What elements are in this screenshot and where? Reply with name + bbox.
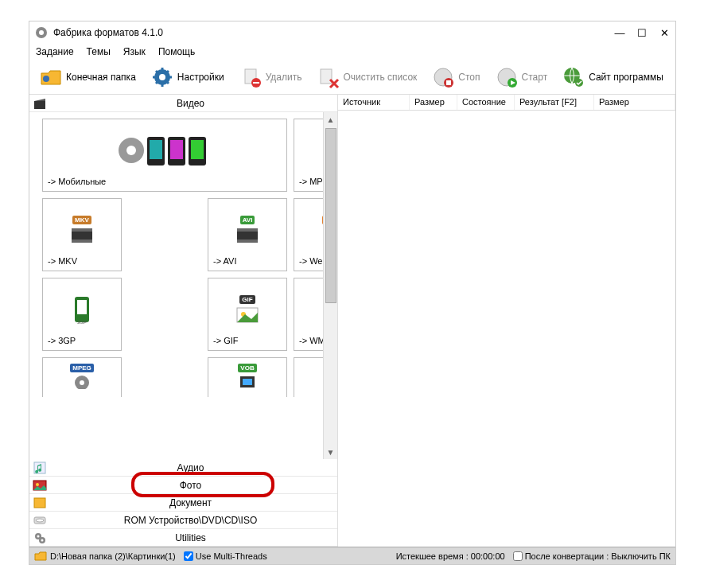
after-convert-checkbox[interactable] [513, 551, 523, 561]
settings-button[interactable]: Настройки [146, 64, 229, 91]
site-button[interactable]: Сайт программы [557, 64, 668, 91]
category-panel: Видео [29, 95, 338, 547]
svg-point-44 [80, 380, 84, 385]
scroll-thumb[interactable] [325, 128, 336, 303]
category-document[interactable]: Документ [29, 494, 337, 512]
category-photo[interactable]: Фото [29, 477, 337, 494]
content-area: Видео [29, 95, 675, 547]
format-scrollbar[interactable]: ▲ ▼ [323, 112, 337, 459]
scroll-down-button[interactable]: ▼ [324, 445, 337, 459]
menu-task[interactable]: Задание [36, 46, 74, 57]
music-note-icon [33, 461, 47, 475]
format-mkv[interactable]: MKV -> MKV [42, 198, 122, 271]
multithread-checkbox[interactable] [184, 551, 193, 561]
svg-rect-8 [321, 69, 332, 84]
start-icon [495, 65, 519, 89]
svg-point-2 [43, 76, 49, 82]
format-webm[interactable]: webm -> WebM [294, 198, 323, 271]
avi-icon: AVI [213, 204, 282, 256]
svg-rect-46 [243, 379, 252, 385]
format-mobile[interactable]: -> Мобильные [42, 119, 287, 192]
after-convert-option[interactable]: После конвертации : Выключить ПК [513, 551, 671, 561]
format-grid-area: -> Мобильные MP4 -> MP4 MKV [29, 112, 337, 459]
menu-themes[interactable]: Темы [87, 46, 111, 57]
category-video-label: Видео [47, 98, 334, 109]
disc-drive-icon [33, 513, 47, 528]
col-result[interactable]: Результат [F2] [515, 95, 594, 110]
output-path[interactable]: D:\Новая папка (2)\Картинки(1) [34, 551, 176, 562]
mobile-devices-icon [48, 124, 282, 177]
minimize-button[interactable]: — [613, 26, 626, 39]
stop-label: Стоп [458, 72, 480, 83]
col-size[interactable]: Размер [410, 95, 457, 110]
3gp-icon: 3GP [48, 283, 116, 336]
vob-icon: VOB [213, 359, 282, 392]
mkv-icon: MKV [48, 204, 116, 256]
svg-point-54 [36, 519, 44, 522]
maximize-button[interactable]: ☐ [636, 26, 648, 39]
output-path-text: D:\Новая папка (2)\Картинки(1) [50, 551, 176, 561]
col-source[interactable]: Источник [338, 95, 410, 110]
photo-icon [33, 478, 47, 493]
app-window: Фабрика форматов 4.1.0 — ☐ ✕ Задание Тем… [29, 21, 676, 565]
window-title: Фабрика форматов 4.1.0 [53, 27, 163, 38]
window-controls: — ☐ ✕ [613, 26, 671, 39]
delete-button[interactable]: Удалить [234, 64, 307, 91]
category-audio-label: Аудио [47, 462, 334, 473]
format-gif[interactable]: GIF -> GIF [208, 278, 287, 351]
start-button[interactable]: Старт [490, 64, 553, 91]
format-mobile-label: -> Мобильные [48, 177, 106, 186]
category-video[interactable]: Видео [29, 95, 337, 112]
svg-rect-11 [446, 80, 451, 85]
format-vob[interactable]: VOB [208, 357, 287, 397]
category-audio[interactable]: Аудио [29, 459, 337, 477]
format-3gp[interactable]: 3GP -> 3GP [42, 278, 122, 351]
multithread-option[interactable]: Use Multi-Threads [184, 551, 267, 561]
col-state[interactable]: Состояние [457, 95, 515, 110]
category-rom[interactable]: ROM Устройство\DVD\CD\ISO [29, 512, 337, 529]
col-size2[interactable]: Размер [594, 95, 675, 110]
gear-icon [150, 65, 174, 89]
close-button[interactable]: ✕ [658, 26, 671, 39]
app-icon [34, 25, 49, 40]
format-avi-label: -> AVI [213, 256, 236, 266]
wmv-icon: WMV [299, 283, 323, 336]
list-header: Источник Размер Состояние Результат [F2]… [338, 95, 675, 111]
svg-point-18 [126, 146, 136, 155]
dest-folder-button[interactable]: Конечная папка [34, 64, 141, 91]
scroll-up-button[interactable]: ▲ [324, 112, 337, 127]
format-mkv-label: -> MKV [48, 256, 77, 266]
format-mp4[interactable]: MP4 -> MP4 [294, 119, 323, 192]
titlebar: Фабрика форматов 4.1.0 — ☐ ✕ [29, 21, 675, 44]
multithread-label: Use Multi-Threads [196, 551, 267, 561]
svg-rect-37 [77, 300, 87, 314]
svg-rect-7 [253, 82, 259, 84]
stop-button[interactable]: Стоп [426, 64, 484, 91]
svg-point-57 [37, 535, 40, 537]
svg-rect-52 [34, 498, 45, 508]
category-utilities[interactable]: Utilities [29, 529, 337, 547]
gears-icon [33, 531, 47, 545]
after-convert-label: После конвертации : Выключить ПК [525, 551, 671, 561]
svg-text:3GP: 3GP [77, 320, 87, 325]
menu-help[interactable]: Помощь [158, 46, 195, 57]
format-mov[interactable]: MOV [294, 357, 323, 397]
format-mpeg[interactable]: MPEG [42, 357, 122, 397]
svg-rect-22 [170, 140, 183, 159]
format-wmv[interactable]: WMV -> WMV [294, 278, 323, 351]
category-utilities-label: Utilities [47, 532, 334, 543]
file-list-body[interactable] [338, 111, 675, 547]
clear-list-button[interactable]: Очистить список [311, 64, 422, 91]
category-document-label: Документ [47, 497, 334, 508]
mp4-icon: MP4 [299, 124, 323, 177]
menu-lang[interactable]: Язык [123, 46, 146, 57]
format-wmv-label: -> WMV [299, 336, 323, 345]
delete-label: Удалить [266, 72, 302, 83]
mov-icon: MOV [299, 359, 323, 392]
format-avi[interactable]: AVI -> AVI [208, 198, 287, 271]
svg-point-4 [159, 74, 165, 80]
category-photo-label: Фото [47, 480, 334, 491]
folder-icon [39, 65, 63, 89]
statusbar: D:\Новая папка (2)\Картинки(1) Use Multi… [29, 547, 675, 564]
elapsed-time: Истекшее время : 00:00:00 [396, 551, 505, 561]
